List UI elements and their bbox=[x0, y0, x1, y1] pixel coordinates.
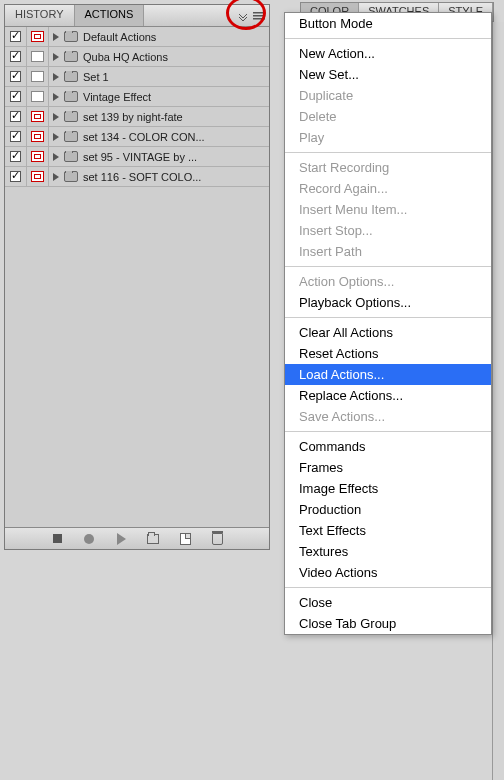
menu-separator bbox=[285, 152, 491, 153]
menu-item-action-options: Action Options... bbox=[285, 271, 491, 292]
disclosure-triangle-icon[interactable] bbox=[53, 53, 59, 61]
flyout-menu-icon[interactable] bbox=[253, 10, 265, 22]
action-set-label: set 134 - COLOR CON... bbox=[83, 131, 205, 143]
menu-item-reset-actions[interactable]: Reset Actions bbox=[285, 343, 491, 364]
toggle-checkbox[interactable] bbox=[5, 67, 27, 86]
toggle-checkbox[interactable] bbox=[5, 87, 27, 106]
menu-item-duplicate: Duplicate bbox=[285, 85, 491, 106]
folder-icon bbox=[64, 151, 78, 162]
folder-icon bbox=[64, 51, 78, 62]
folder-icon bbox=[64, 171, 78, 182]
menu-item-video-actions[interactable]: Video Actions bbox=[285, 562, 491, 583]
disclosure-triangle-icon[interactable] bbox=[53, 153, 59, 161]
folder-icon bbox=[64, 131, 78, 142]
delete-button[interactable] bbox=[210, 532, 224, 546]
disclosure-triangle-icon[interactable] bbox=[53, 133, 59, 141]
actions-panel: HISTORY ACTIONS Default ActionsQuba HQ A… bbox=[4, 4, 270, 550]
menu-item-load-actions[interactable]: Load Actions... bbox=[285, 364, 491, 385]
menu-item-replace-actions[interactable]: Replace Actions... bbox=[285, 385, 491, 406]
flyout-menu: Button ModeNew Action...New Set...Duplic… bbox=[284, 12, 492, 635]
menu-separator bbox=[285, 317, 491, 318]
menu-item-textures[interactable]: Textures bbox=[285, 541, 491, 562]
menu-item-commands[interactable]: Commands bbox=[285, 436, 491, 457]
disclosure-triangle-icon[interactable] bbox=[53, 113, 59, 121]
list-empty-area bbox=[5, 187, 269, 527]
action-list: Default ActionsQuba HQ ActionsSet 1Vinta… bbox=[5, 27, 269, 187]
dialog-toggle[interactable] bbox=[27, 67, 49, 86]
menu-separator bbox=[285, 266, 491, 267]
menu-item-clear-all-actions[interactable]: Clear All Actions bbox=[285, 322, 491, 343]
disclosure-triangle-icon[interactable] bbox=[53, 93, 59, 101]
menu-item-play: Play bbox=[285, 127, 491, 148]
action-set-row[interactable]: set 95 - VINTAGE by ... bbox=[5, 147, 269, 167]
dialog-toggle[interactable] bbox=[27, 47, 49, 66]
menu-item-save-actions: Save Actions... bbox=[285, 406, 491, 427]
disclosure-triangle-icon[interactable] bbox=[53, 33, 59, 41]
new-set-button[interactable] bbox=[146, 532, 160, 546]
menu-separator bbox=[285, 587, 491, 588]
action-set-label: Default Actions bbox=[83, 31, 156, 43]
folder-icon bbox=[64, 71, 78, 82]
toggle-checkbox[interactable] bbox=[5, 127, 27, 146]
svg-rect-2 bbox=[253, 18, 265, 20]
folder-icon bbox=[64, 91, 78, 102]
tab-actions[interactable]: ACTIONS bbox=[75, 5, 145, 26]
menu-item-text-effects[interactable]: Text Effects bbox=[285, 520, 491, 541]
action-set-row[interactable]: Vintage Effect bbox=[5, 87, 269, 107]
dialog-toggle[interactable] bbox=[27, 127, 49, 146]
tab-history[interactable]: HISTORY bbox=[5, 5, 75, 26]
play-button[interactable] bbox=[114, 532, 128, 546]
action-set-row[interactable]: set 139 by night-fate bbox=[5, 107, 269, 127]
menu-item-insert-path: Insert Path bbox=[285, 241, 491, 262]
toggle-checkbox[interactable] bbox=[5, 167, 27, 186]
action-set-label: set 95 - VINTAGE by ... bbox=[83, 151, 197, 163]
action-set-label: set 116 - SOFT COLO... bbox=[83, 171, 201, 183]
action-set-row[interactable]: set 134 - COLOR CON... bbox=[5, 127, 269, 147]
toggle-checkbox[interactable] bbox=[5, 27, 27, 46]
toggle-checkbox[interactable] bbox=[5, 47, 27, 66]
collapse-icon[interactable] bbox=[237, 10, 249, 22]
action-set-row[interactable]: Quba HQ Actions bbox=[5, 47, 269, 67]
menu-separator bbox=[285, 38, 491, 39]
dialog-toggle[interactable] bbox=[27, 87, 49, 106]
menu-item-delete: Delete bbox=[285, 106, 491, 127]
disclosure-triangle-icon[interactable] bbox=[53, 173, 59, 181]
menu-item-button-mode[interactable]: Button Mode bbox=[285, 13, 491, 34]
menu-item-production[interactable]: Production bbox=[285, 499, 491, 520]
panel-tabbar: HISTORY ACTIONS bbox=[5, 5, 269, 27]
menu-item-new-action[interactable]: New Action... bbox=[285, 43, 491, 64]
folder-icon bbox=[64, 31, 78, 42]
toggle-checkbox[interactable] bbox=[5, 147, 27, 166]
action-set-row[interactable]: Set 1 bbox=[5, 67, 269, 87]
menu-item-image-effects[interactable]: Image Effects bbox=[285, 478, 491, 499]
svg-rect-1 bbox=[253, 15, 265, 17]
menu-item-close[interactable]: Close bbox=[285, 592, 491, 613]
menu-item-record-again: Record Again... bbox=[285, 178, 491, 199]
disclosure-triangle-icon[interactable] bbox=[53, 73, 59, 81]
record-button[interactable] bbox=[82, 532, 96, 546]
dialog-toggle[interactable] bbox=[27, 167, 49, 186]
menu-item-start-recording: Start Recording bbox=[285, 157, 491, 178]
action-set-label: Vintage Effect bbox=[83, 91, 151, 103]
menu-item-insert-menu-item: Insert Menu Item... bbox=[285, 199, 491, 220]
menu-item-close-tab-group[interactable]: Close Tab Group bbox=[285, 613, 491, 634]
folder-icon bbox=[64, 111, 78, 122]
stop-button[interactable] bbox=[50, 532, 64, 546]
action-set-label: Set 1 bbox=[83, 71, 109, 83]
toggle-checkbox[interactable] bbox=[5, 107, 27, 126]
panel-footer bbox=[5, 527, 269, 549]
menu-item-new-set[interactable]: New Set... bbox=[285, 64, 491, 85]
dialog-toggle[interactable] bbox=[27, 147, 49, 166]
new-action-button[interactable] bbox=[178, 532, 192, 546]
action-set-label: Quba HQ Actions bbox=[83, 51, 168, 63]
dialog-toggle[interactable] bbox=[27, 107, 49, 126]
menu-item-playback-options[interactable]: Playback Options... bbox=[285, 292, 491, 313]
dialog-toggle[interactable] bbox=[27, 27, 49, 46]
action-set-row[interactable]: set 116 - SOFT COLO... bbox=[5, 167, 269, 187]
right-rail bbox=[492, 22, 504, 780]
menu-separator bbox=[285, 431, 491, 432]
action-set-label: set 139 by night-fate bbox=[83, 111, 183, 123]
action-set-row[interactable]: Default Actions bbox=[5, 27, 269, 47]
menu-item-frames[interactable]: Frames bbox=[285, 457, 491, 478]
svg-rect-0 bbox=[253, 12, 265, 14]
